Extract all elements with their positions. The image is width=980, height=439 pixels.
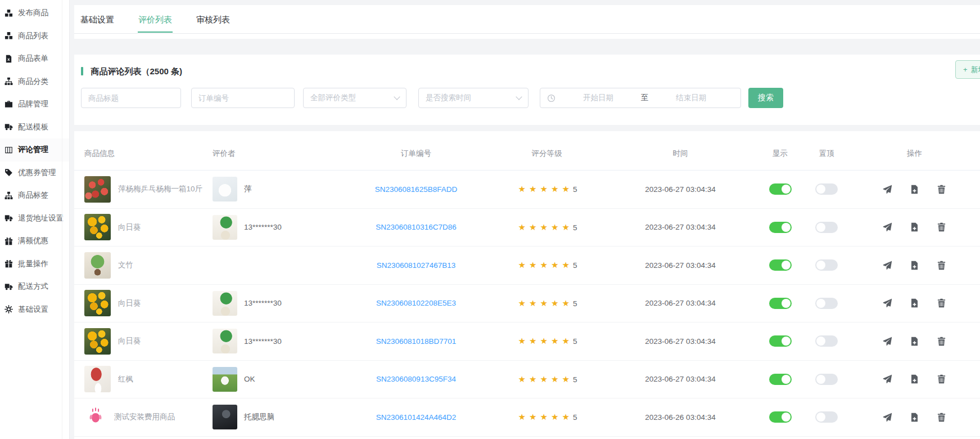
- add-file-button[interactable]: [910, 337, 919, 346]
- add-file-button[interactable]: [910, 261, 919, 270]
- order-cell: SN2306081018BD7701: [343, 337, 489, 346]
- send-button[interactable]: [883, 374, 892, 384]
- product-name: 红枫: [118, 374, 133, 384]
- order-number-link[interactable]: SN2306080913C95F34: [343, 375, 489, 383]
- send-button[interactable]: [883, 185, 892, 194]
- add-button[interactable]: +新增: [955, 60, 980, 79]
- visible-toggle[interactable]: [769, 298, 792, 309]
- star-icon: ★: [540, 412, 548, 422]
- pinned-toggle[interactable]: [815, 411, 838, 423]
- product-cell: 向日葵: [84, 328, 213, 355]
- tab-review-list[interactable]: 评价列表: [138, 5, 173, 33]
- star-icon: ★: [551, 184, 558, 194]
- pinned-toggle[interactable]: [815, 298, 838, 309]
- chevron-down-icon: [394, 93, 400, 100]
- time-cell: 2023-06-27 03:04:34: [604, 337, 756, 346]
- delete-button[interactable]: [937, 374, 946, 384]
- pinned-toggle[interactable]: [815, 374, 838, 385]
- date-range-picker[interactable]: 开始日期 至 结束日期: [540, 88, 741, 108]
- sidebar-item-delivery-template[interactable]: 配送模板: [0, 116, 69, 139]
- visible-toggle[interactable]: [769, 259, 792, 271]
- visible-toggle[interactable]: [769, 183, 792, 195]
- chevron-down-icon: [516, 93, 522, 100]
- add-file-button[interactable]: [910, 298, 919, 308]
- search-button[interactable]: 搜索: [748, 88, 783, 108]
- title-accent-bar: [81, 67, 83, 75]
- review-type-select[interactable]: 全部评价类型: [303, 88, 407, 108]
- send-button[interactable]: [883, 413, 892, 422]
- table-row: 向日葵13*******30SN23060810316C7D86★★★★★520…: [74, 209, 980, 247]
- sidebar-item-product-list[interactable]: 商品列表: [0, 25, 69, 48]
- sidebar-item-return-address-settings[interactable]: 退货地址设置: [0, 207, 69, 230]
- product-name: 文竹: [118, 260, 133, 270]
- sidebar-item-publish-product[interactable]: 发布商品: [0, 2, 69, 25]
- product-image: [84, 290, 111, 316]
- order-number-link[interactable]: SN2306081018BD7701: [343, 337, 489, 346]
- sidebar-item-delivery-method[interactable]: 配送方式: [0, 275, 69, 298]
- rating-cell: ★★★★★5: [489, 222, 604, 232]
- order-no-input[interactable]: [191, 88, 295, 108]
- delete-button[interactable]: [937, 261, 946, 270]
- product-title-input[interactable]: [81, 88, 181, 108]
- visible-toggle[interactable]: [769, 222, 792, 233]
- visible-cell: [756, 374, 804, 385]
- start-date-placeholder[interactable]: 开始日期: [556, 93, 641, 103]
- clock-icon: [547, 94, 556, 102]
- pinned-toggle[interactable]: [815, 259, 838, 271]
- send-button[interactable]: [883, 298, 892, 308]
- tab-audit-list[interactable]: 审核列表: [196, 5, 231, 33]
- order-number-link[interactable]: SN23060810316C7D86: [343, 223, 489, 231]
- star-icon: ★: [518, 298, 526, 308]
- add-file-button[interactable]: [910, 413, 919, 422]
- sidebar-item-product-category[interactable]: 商品分类: [0, 70, 69, 93]
- delete-button[interactable]: [937, 185, 946, 194]
- sidebar-item-label: 基础设置: [18, 304, 48, 315]
- visible-toggle[interactable]: [769, 335, 792, 347]
- pinned-toggle[interactable]: [815, 183, 838, 195]
- send-button[interactable]: [883, 222, 892, 232]
- column-header: 显示: [756, 149, 804, 159]
- file-plus-icon: [910, 225, 919, 234]
- star-icon: ★: [551, 260, 558, 270]
- sidebar-item-coupon-management[interactable]: 优惠券管理: [0, 162, 69, 185]
- star-icon: ★: [518, 412, 526, 422]
- pinned-toggle[interactable]: [815, 222, 838, 233]
- visible-toggle[interactable]: [769, 411, 792, 423]
- send-button[interactable]: [883, 261, 892, 270]
- tab-basic-settings[interactable]: 基础设置: [80, 5, 115, 33]
- sidebar-item-label: 退货地址设置: [18, 213, 64, 223]
- order-number-link[interactable]: SN2306101424A464D2: [343, 413, 489, 422]
- sidebar-item-batch-operations[interactable]: 批量操作: [0, 253, 69, 276]
- sidebar-item-brand-management[interactable]: 品牌管理: [0, 93, 69, 116]
- pinned-toggle[interactable]: [815, 335, 838, 347]
- time-search-select[interactable]: 是否搜索时间: [418, 88, 529, 108]
- columns-icon: [4, 145, 13, 154]
- delete-button[interactable]: [937, 413, 946, 422]
- reviewer-cell: 13*******30: [213, 291, 343, 316]
- add-file-button[interactable]: [910, 374, 919, 384]
- order-number-link[interactable]: SN2306081625B8FADD: [343, 185, 489, 194]
- filter-panel: 商品评论列表（2500 条) +新增 全部评价类型 是否搜索时间 开始日期 至 …: [74, 55, 980, 125]
- rating-value: 5: [573, 185, 577, 194]
- rating-value: 5: [573, 223, 577, 232]
- send-button[interactable]: [883, 337, 892, 346]
- sidebar-item-product-tags[interactable]: 商品标签: [0, 184, 69, 207]
- delete-button[interactable]: [937, 337, 946, 346]
- delete-button[interactable]: [937, 222, 946, 232]
- sidebar-item-full-discount[interactable]: 满额优惠: [0, 230, 69, 253]
- sidebar-item-basic-settings[interactable]: 基础设置: [0, 298, 69, 321]
- sidebar-item-product-form[interactable]: 商品表单: [0, 47, 69, 70]
- order-number-link[interactable]: SN230608102208E5E3: [343, 299, 489, 307]
- end-date-placeholder[interactable]: 结束日期: [648, 93, 734, 103]
- trash-icon: [937, 187, 946, 196]
- paper-plane-icon: [883, 263, 892, 272]
- delete-button[interactable]: [937, 298, 946, 308]
- order-number-link[interactable]: SN2306081027467B13: [343, 261, 489, 270]
- sidebar-item-comment-management[interactable]: 评论管理: [0, 138, 69, 162]
- star-icon: ★: [562, 222, 569, 232]
- visible-toggle[interactable]: [769, 374, 792, 385]
- table-row: 红枫OKSN2306080913C95F34★★★★★52023-06-27 0…: [74, 361, 980, 399]
- time-cell: 2023-06-27 03:04:34: [604, 375, 756, 383]
- add-file-button[interactable]: [910, 185, 919, 194]
- add-file-button[interactable]: [910, 222, 919, 232]
